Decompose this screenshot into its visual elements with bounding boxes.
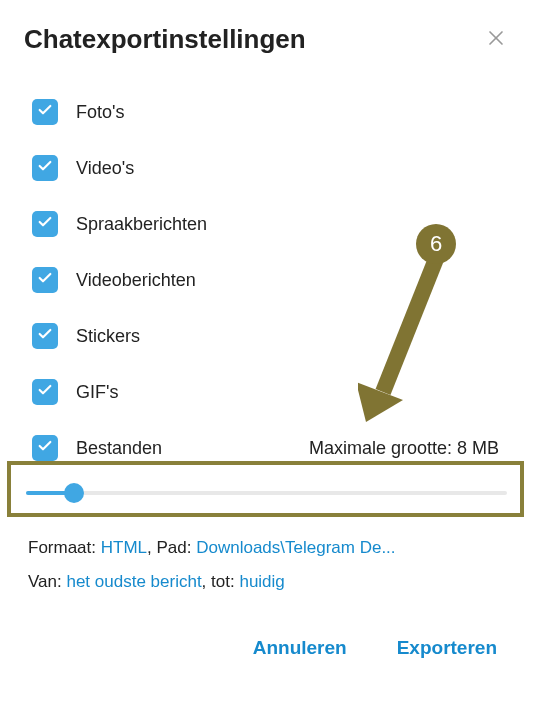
path-link[interactable]: Downloads\Telegram De... — [196, 538, 395, 557]
cancel-button[interactable]: Annuleren — [251, 631, 349, 665]
to-label: tot — [211, 572, 230, 591]
checkbox-video-messages[interactable] — [32, 267, 58, 293]
close-button[interactable] — [483, 27, 509, 53]
format-link[interactable]: HTML — [101, 538, 147, 557]
option-label: Spraakberichten — [76, 214, 207, 235]
check-icon — [37, 270, 53, 290]
check-icon — [37, 438, 53, 458]
dialog-header: Chatexportinstellingen — [24, 24, 509, 55]
check-icon — [37, 326, 53, 346]
close-icon — [487, 29, 505, 51]
from-label: Van — [28, 572, 57, 591]
export-options-list: Foto's Video's Spraakberichten Videoberi… — [24, 99, 509, 461]
check-icon — [37, 382, 53, 402]
info-line-range: Van: het oudste bericht, tot: huidig — [28, 565, 509, 599]
option-video-messages[interactable]: Videoberichten — [32, 267, 509, 293]
option-label: Bestanden — [76, 438, 162, 459]
from-link[interactable]: het oudste bericht — [66, 572, 201, 591]
option-label: GIF's — [76, 382, 118, 403]
checkbox-stickers[interactable] — [32, 323, 58, 349]
option-videos[interactable]: Video's — [32, 155, 509, 181]
export-info: Formaat: HTML, Pad: Downloads\Telegram D… — [24, 531, 509, 599]
slider-thumb[interactable] — [64, 483, 84, 503]
option-files[interactable]: Bestanden Maximale grootte: 8 MB — [32, 435, 509, 461]
checkbox-videos[interactable] — [32, 155, 58, 181]
option-label: Foto's — [76, 102, 124, 123]
max-size-label: Maximale grootte: 8 MB — [309, 438, 509, 459]
export-button[interactable]: Exporteren — [395, 631, 499, 665]
format-label: Formaat — [28, 538, 91, 557]
checkbox-files[interactable] — [32, 435, 58, 461]
size-slider[interactable] — [24, 491, 509, 495]
slider-track[interactable] — [26, 491, 507, 495]
option-stickers[interactable]: Stickers — [32, 323, 509, 349]
check-icon — [37, 214, 53, 234]
info-line-format-path: Formaat: HTML, Pad: Downloads\Telegram D… — [28, 531, 509, 565]
files-row: Bestanden Maximale grootte: 8 MB — [76, 438, 509, 459]
check-icon — [37, 102, 53, 122]
checkbox-voice-messages[interactable] — [32, 211, 58, 237]
option-label: Stickers — [76, 326, 140, 347]
check-icon — [37, 158, 53, 178]
option-photos[interactable]: Foto's — [32, 99, 509, 125]
option-gifs[interactable]: GIF's — [32, 379, 509, 405]
path-label: Pad — [156, 538, 186, 557]
dialog-buttons: Annuleren Exporteren — [24, 631, 509, 665]
to-link[interactable]: huidig — [239, 572, 284, 591]
export-settings-dialog: Chatexportinstellingen Foto's Video's — [0, 0, 533, 687]
checkbox-gifs[interactable] — [32, 379, 58, 405]
option-label: Video's — [76, 158, 134, 179]
option-label: Videoberichten — [76, 270, 196, 291]
option-voice-messages[interactable]: Spraakberichten — [32, 211, 509, 237]
dialog-title: Chatexportinstellingen — [24, 24, 306, 55]
checkbox-photos[interactable] — [32, 99, 58, 125]
